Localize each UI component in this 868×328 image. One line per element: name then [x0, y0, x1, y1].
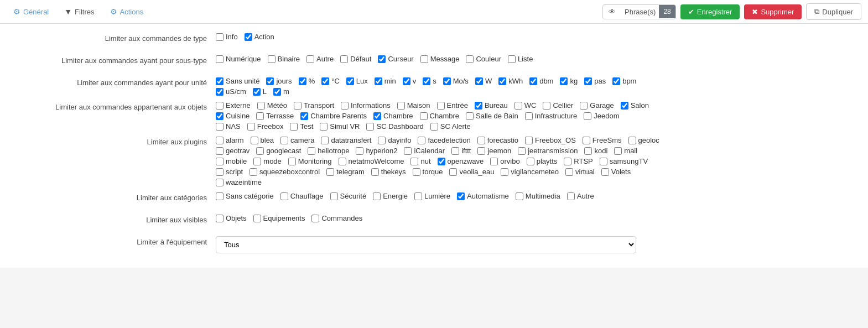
checkbox-rtsp[interactable]: [564, 158, 571, 165]
checkbox-infrastructure[interactable]: [525, 112, 533, 120]
checkbox-datatransfert[interactable]: [321, 137, 329, 144]
checkbox-thekeys[interactable]: [371, 168, 379, 176]
checkbox-chambre[interactable]: [373, 112, 381, 120]
checkbox-kg[interactable]: [560, 77, 568, 85]
checkbox-blea[interactable]: [251, 137, 258, 144]
checkbox-chambre[interactable]: [420, 112, 428, 120]
checkbox-geotrav[interactable]: [216, 147, 224, 155]
checkbox-chambre_parents[interactable]: [300, 112, 308, 120]
checkbox-automatisme[interactable]: [457, 192, 465, 200]
checkbox-informations[interactable]: [341, 102, 349, 110]
checkbox-°c[interactable]: [321, 77, 329, 85]
nav-filtres-button[interactable]: ▼ Filtres: [58, 4, 101, 19]
checkbox-binaire[interactable]: [268, 55, 276, 63]
checkbox-jeetransmission[interactable]: [518, 147, 526, 155]
checkbox-sécurité[interactable]: [330, 192, 338, 200]
checkbox-transport[interactable]: [294, 102, 302, 110]
checkbox-nas[interactable]: [216, 123, 224, 131]
checkbox-jeedom[interactable]: [584, 112, 591, 120]
equipement-select[interactable]: Tous: [216, 236, 636, 253]
checkbox-%[interactable]: [299, 77, 306, 85]
checkbox-jeemon[interactable]: [477, 147, 485, 155]
checkbox-googlecast[interactable]: [256, 147, 264, 155]
checkbox-cellier[interactable]: [543, 102, 550, 110]
checkbox-volets[interactable]: [601, 168, 609, 176]
checkbox-mobile[interactable]: [216, 158, 224, 165]
checkbox-s[interactable]: [423, 77, 430, 85]
checkbox-couleur[interactable]: [466, 55, 474, 63]
checkbox-message[interactable]: [420, 55, 428, 63]
checkbox-geoloc[interactable]: [628, 137, 636, 144]
checkbox-freebox[interactable]: [247, 123, 255, 131]
checkbox-dayinfo[interactable]: [378, 137, 386, 144]
checkbox-sans_unité[interactable]: [216, 77, 224, 85]
checkbox-défaut[interactable]: [340, 55, 348, 63]
checkbox-energie[interactable]: [373, 192, 381, 200]
checkbox-min[interactable]: [375, 77, 382, 85]
checkbox-curseur[interactable]: [378, 55, 386, 63]
checkbox-wazeintime[interactable]: [216, 179, 224, 186]
checkbox-freebox_os[interactable]: [525, 137, 533, 144]
checkbox-sc_alerte[interactable]: [430, 123, 438, 131]
checkbox-kwh[interactable]: [498, 77, 506, 85]
checkbox-cuisine[interactable]: [216, 112, 224, 120]
checkbox-heliotrope[interactable]: [308, 147, 315, 155]
checkbox-sans_catégorie[interactable]: [216, 192, 224, 200]
checkbox-dbm[interactable]: [529, 77, 537, 85]
checkbox-squeezeboxcontrol[interactable]: [250, 168, 257, 176]
checkbox-wc[interactable]: [514, 102, 522, 110]
checkbox-autre[interactable]: [306, 55, 314, 63]
checkbox-v[interactable]: [403, 77, 410, 85]
checkbox-l[interactable]: [253, 88, 261, 96]
checkbox-bpm[interactable]: [612, 77, 620, 85]
nav-actions-button[interactable]: ⚙ Actions: [103, 4, 150, 19]
checkbox-veolia_eau[interactable]: [449, 168, 457, 176]
checkbox-liste[interactable]: [508, 55, 516, 63]
checkbox-pas[interactable]: [584, 77, 592, 85]
checkbox-salon[interactable]: [621, 102, 628, 110]
checkbox-lux[interactable]: [346, 77, 354, 85]
checkbox-salle_de_bain[interactable]: [466, 112, 474, 120]
checkbox-netatmowelcome[interactable]: [339, 158, 346, 165]
checkbox-mo/s[interactable]: [443, 77, 451, 85]
checkbox-script[interactable]: [216, 168, 224, 176]
supprimer-button[interactable]: ✖ Supprimer: [744, 4, 802, 19]
checkbox-vigilancemeteo[interactable]: [501, 168, 508, 176]
checkbox-torque[interactable]: [413, 168, 420, 176]
checkbox-orvibo[interactable]: [490, 158, 498, 165]
checkbox-entrée[interactable]: [437, 102, 445, 110]
checkbox-garage[interactable]: [580, 102, 588, 110]
checkbox-hyperion2[interactable]: [356, 147, 363, 155]
checkbox-info[interactable]: [216, 33, 224, 41]
checkbox-multimedia[interactable]: [516, 192, 523, 200]
checkbox-commandes[interactable]: [311, 215, 319, 222]
checkbox-facedetection[interactable]: [418, 137, 425, 144]
checkbox-maison[interactable]: [397, 102, 405, 110]
checkbox-ifttt[interactable]: [451, 147, 459, 155]
phrases-button[interactable]: 👁 Phrase(s) 28: [602, 4, 676, 19]
checkbox-mode[interactable]: [253, 158, 261, 165]
enregistrer-button[interactable]: ✔ Enregistrer: [680, 4, 740, 19]
checkbox-openzwave[interactable]: [438, 158, 445, 165]
checkbox-simul_vr[interactable]: [320, 123, 328, 131]
checkbox-camera[interactable]: [280, 137, 288, 144]
checkbox-forecastio[interactable]: [477, 137, 485, 144]
checkbox-icalendar[interactable]: [404, 147, 412, 155]
checkbox-playtts[interactable]: [527, 158, 534, 165]
checkbox-autre[interactable]: [567, 192, 575, 200]
checkbox-equipements[interactable]: [253, 215, 261, 222]
checkbox-telegram[interactable]: [326, 168, 334, 176]
checkbox-kodi[interactable]: [584, 147, 592, 155]
checkbox-objets[interactable]: [216, 215, 224, 222]
checkbox-terrasse[interactable]: [256, 112, 264, 120]
checkbox-test[interactable]: [290, 123, 298, 131]
checkbox-externe[interactable]: [216, 102, 224, 110]
checkbox-lumière[interactable]: [414, 192, 422, 200]
checkbox-monitoring[interactable]: [288, 158, 296, 165]
checkbox-chauffage[interactable]: [280, 192, 288, 200]
checkbox-freesms[interactable]: [583, 137, 590, 144]
checkbox-nut[interactable]: [410, 158, 418, 165]
checkbox-mail[interactable]: [614, 147, 622, 155]
checkbox-m[interactable]: [273, 88, 281, 96]
checkbox-virtual[interactable]: [565, 168, 573, 176]
